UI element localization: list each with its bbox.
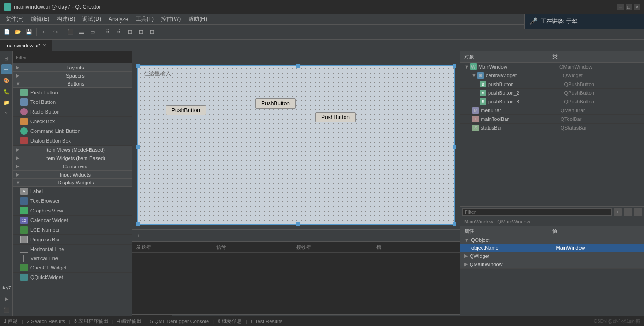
align-center-btn[interactable]: ▬ — [76, 27, 86, 37]
close-button[interactable]: ✕ — [634, 4, 640, 10]
sidebar-icon-welcome[interactable]: ⊞ — [1, 53, 12, 63]
widget-v-line[interactable]: Vertical Line — [13, 254, 132, 263]
widget-label[interactable]: A Label — [13, 187, 132, 196]
status-app-output[interactable]: 3 应用程序输出 — [74, 318, 109, 325]
v-line-icon — [23, 255, 24, 262]
prop-group-qwidget[interactable]: ▶ QWidget — [460, 252, 644, 260]
tab-mainwindow[interactable]: mainwindow.ui* ✕ — [0, 40, 52, 51]
widget-calendar[interactable]: 12 Calendar Widget — [13, 216, 132, 225]
obj-central[interactable]: ▼ ⊞ centralWidget QWidget — [460, 71, 644, 80]
widget-h-line[interactable]: Horizontal Line — [13, 245, 132, 254]
obj-pushbutton2[interactable]: B pushButton_2 QPushButton — [460, 89, 644, 97]
props-del-btn[interactable]: − — [624, 208, 632, 216]
category-display[interactable]: ▼ Display Widgets — [13, 179, 132, 187]
widget-opengl[interactable]: OpenGL Widget — [13, 263, 132, 273]
menu-debug[interactable]: 调试(D) — [79, 14, 105, 24]
widget-progress-bar[interactable]: Progress Bar — [13, 235, 132, 245]
widget-text-browser[interactable]: Text Browser — [13, 196, 132, 206]
qquick-label: QQuickWidget — [30, 275, 63, 280]
sidebar-icon-day7[interactable]: day7 — [1, 283, 12, 293]
menu-tools[interactable]: 工具(T) — [132, 14, 157, 24]
sidebar-icon-edit[interactable]: ✏ — [1, 64, 12, 74]
central-arrow: ▼ — [472, 73, 477, 78]
layout-grid-btn[interactable]: ⊞ — [125, 27, 135, 37]
widget-graphics-view[interactable]: Graphics View — [13, 206, 132, 216]
sidebar-icon-debug3[interactable]: ⬛ — [1, 305, 12, 315]
menubar-name: menuBar — [481, 108, 561, 113]
obj-pushbutton1[interactable]: B pushButton QPushButton — [460, 80, 644, 89]
widget-tool-button[interactable]: Tool Button — [13, 97, 132, 107]
widget-lcd-number[interactable]: LCD Number — [13, 225, 132, 235]
menu-help[interactable]: 帮助(H) — [184, 14, 211, 24]
category-buttons[interactable]: ▼ Buttons — [13, 80, 132, 88]
save-btn[interactable]: 💾 — [24, 27, 34, 37]
signal-del-btn[interactable]: ─ — [144, 232, 153, 240]
status-compile[interactable]: 4 编译输出 — [117, 318, 142, 325]
canvas-pushbutton-2[interactable]: PushButton — [255, 98, 296, 109]
prop-objectname[interactable]: objectName MainWindow — [460, 244, 644, 252]
props-filter-input[interactable] — [462, 208, 612, 216]
props-minus-btn[interactable]: ─ — [634, 208, 642, 216]
category-spacers[interactable]: ▶ Spacers — [13, 72, 132, 80]
obj-toolbar[interactable]: T mainToolBar QToolBar — [460, 115, 644, 124]
category-layouts[interactable]: ▶ Layouts — [13, 63, 132, 72]
widget-command-link[interactable]: Command Link Button — [13, 126, 132, 136]
calendar-icon: 12 — [20, 217, 28, 224]
adjust-btn[interactable]: ⊞ — [147, 27, 157, 37]
widget-push-button[interactable]: Push Button — [13, 88, 132, 97]
signal-add-btn[interactable]: + — [134, 232, 143, 240]
menu-edit[interactable]: 编辑(E) — [27, 14, 53, 24]
prop-group-qobject[interactable]: ▼ QObject — [460, 236, 644, 244]
canvas-pushbutton-3[interactable]: PushButton — [315, 112, 356, 122]
mainwindow-name: MainWindow — [478, 64, 559, 69]
check-box-icon — [20, 118, 28, 125]
obj-pushbutton3[interactable]: B pushButton_3 QPushButton — [460, 97, 644, 106]
prop-group-qmainwindow[interactable]: ▶ QMainWindow — [460, 260, 644, 269]
category-item-views[interactable]: ▶ Item Views (Model-Based) — [13, 146, 132, 154]
minimize-button[interactable]: ─ — [617, 4, 624, 10]
redo-btn[interactable]: ↪ — [50, 27, 60, 37]
maximize-button[interactable]: □ — [626, 4, 632, 10]
sidebar-icon-help[interactable]: ? — [1, 109, 12, 119]
layouts-arrow: ▶ — [16, 64, 19, 70]
sidebar-icon-project[interactable]: 📁 — [1, 97, 12, 108]
obj-mainwindow[interactable]: ▼ W MainWindow QMainWindow — [460, 63, 644, 71]
align-right-btn[interactable]: ▭ — [87, 27, 98, 37]
category-item-widgets[interactable]: ▶ Item Widgets (Item-Based) — [13, 154, 132, 162]
category-input[interactable]: ▶ Input Widgets — [13, 171, 132, 179]
mainwindow-type: QMainWindow — [559, 64, 640, 69]
obj-menubar[interactable]: M menuBar QMenuBar — [460, 106, 644, 115]
status-overview[interactable]: 6 概要信息 — [218, 318, 242, 325]
widget-radio-button[interactable]: Radio Button — [13, 107, 132, 117]
break-layout-btn[interactable]: ⊟ — [136, 27, 146, 37]
widget-filter-input[interactable] — [16, 55, 129, 60]
sidebar-icon-design[interactable]: 🎨 — [1, 75, 12, 86]
undo-btn[interactable]: ↩ — [39, 27, 49, 37]
tab-close-icon[interactable]: ✕ — [42, 43, 46, 48]
layout-v-btn[interactable]: ⠾ — [114, 27, 124, 37]
new-btn[interactable]: 📄 — [2, 27, 12, 37]
v-line-label: Vertical Line — [30, 256, 58, 261]
align-left-btn[interactable]: ⬛ — [65, 27, 75, 37]
menu-controls[interactable]: 控件(W) — [157, 14, 184, 24]
widget-qquick[interactable]: QQuickWidget — [13, 273, 132, 282]
calendar-label: Calendar Widget — [30, 217, 68, 223]
widget-check-box[interactable]: Check Box — [13, 117, 132, 126]
open-btn[interactable]: 📂 — [13, 27, 23, 37]
category-containers[interactable]: ▶ Containers — [13, 162, 132, 171]
menu-analyze[interactable]: Analyze — [105, 15, 132, 23]
sidebar-icon-debug[interactable]: 🐛 — [1, 86, 12, 97]
props-add-btn[interactable]: + — [614, 208, 622, 216]
status-test[interactable]: 8 Test Results — [251, 319, 282, 324]
menu-file[interactable]: 文件(F) — [2, 14, 27, 24]
status-search[interactable]: 2 Search Results — [27, 319, 65, 324]
sidebar-icon-debug2[interactable]: ▶ — [1, 294, 12, 304]
layout-h-btn[interactable]: ⠿ — [103, 27, 113, 37]
menu-build[interactable]: 构建(B) — [53, 14, 79, 24]
status-qml[interactable]: 5 QML Debugger Console — [150, 319, 209, 324]
design-canvas[interactable]: 在这里输入 PushButton PushButton PushButton — [137, 65, 455, 225]
status-problems[interactable]: 1 问题 — [4, 318, 18, 325]
obj-statusbar[interactable]: S statusBar QStatusBar — [460, 124, 644, 132]
canvas-pushbutton-1[interactable]: PushButton — [166, 105, 206, 115]
widget-dialog-button[interactable]: Dialog Button Box — [13, 136, 132, 146]
